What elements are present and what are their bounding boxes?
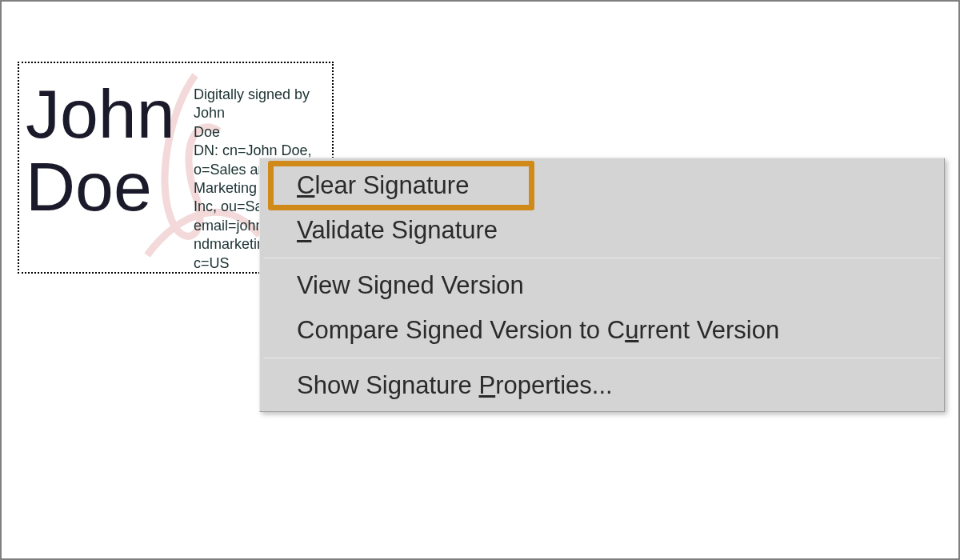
menu-item-compare-version[interactable]: Compare Signed Version to Current Versio… (260, 308, 944, 353)
menu-separator (263, 358, 941, 358)
menu-separator (263, 258, 941, 258)
menu-item-show-properties[interactable]: Show Signature Properties... (260, 363, 944, 408)
menu-item-clear-signature[interactable]: Clear Signature (260, 163, 944, 208)
signature-name: John Doe (26, 78, 175, 223)
signature-context-menu: Clear Signature Validate Signature View … (259, 158, 945, 412)
menu-item-view-signed-version[interactable]: View Signed Version (260, 263, 944, 308)
menu-item-validate-signature[interactable]: Validate Signature (260, 208, 944, 253)
